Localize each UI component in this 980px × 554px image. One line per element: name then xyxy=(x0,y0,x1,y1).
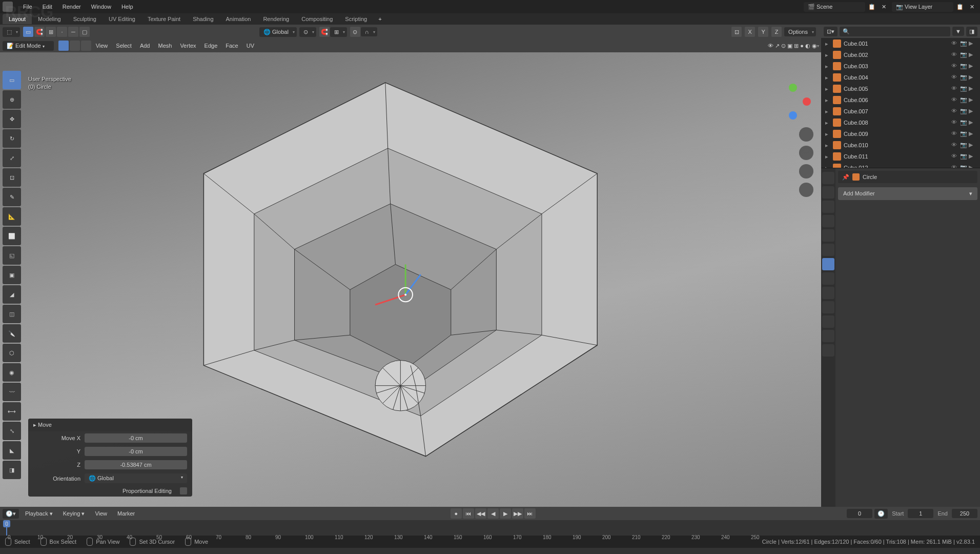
hide-viewport-toggle[interactable]: 👁 xyxy=(951,108,958,115)
hide-select-toggle[interactable]: ▶ xyxy=(969,51,976,58)
outliner-item[interactable]: ▸Cube.011👁📷▶ xyxy=(821,151,980,162)
proportional-editing-toggle[interactable]: ⊙ xyxy=(350,27,360,37)
workspace-tab-modeling[interactable]: Modeling xyxy=(32,14,67,24)
expand-icon[interactable]: ▸ xyxy=(825,120,830,126)
move-y-field[interactable]: -0 cm xyxy=(85,447,187,456)
xray-toggle[interactable]: ▣ xyxy=(787,43,792,49)
menu-add[interactable]: Add xyxy=(136,41,154,50)
tool-shrink-fatten[interactable]: ⤡ xyxy=(3,422,21,440)
hide-select-toggle[interactable]: ▶ xyxy=(969,74,976,81)
workspace-tab-rendering[interactable]: Rendering xyxy=(257,14,295,24)
expand-icon[interactable]: ▸ xyxy=(825,108,830,115)
prop-tab-texture[interactable] xyxy=(822,344,834,357)
add-modifier-dropdown[interactable]: Add Modifier ▾ xyxy=(838,187,977,200)
prop-tab-viewlayer[interactable] xyxy=(822,201,834,213)
outliner-item[interactable]: ▸Cube.006👁📷▶ xyxy=(821,94,980,106)
expand-icon[interactable]: ▸ xyxy=(825,74,830,81)
snap-element-vertex[interactable]: · xyxy=(57,27,67,37)
menu-edge[interactable]: Edge xyxy=(200,41,222,50)
navigation-gizmo[interactable] xyxy=(772,81,813,122)
hide-select-toggle[interactable]: ▶ xyxy=(969,108,976,115)
jump-to-prev-keyframe-button[interactable]: ◀◀ xyxy=(475,508,486,519)
z-mirror-toggle[interactable]: Z xyxy=(771,27,782,37)
shading-rendered[interactable]: ◉ xyxy=(812,43,817,49)
viewlayer-name-field[interactable]: 📷 View Layer xyxy=(892,2,953,12)
outliner-item[interactable]: ▸Cube.005👁📷▶ xyxy=(821,83,980,94)
outliner-filter-button[interactable]: ▼ xyxy=(952,27,964,36)
workspace-tab-uv-editing[interactable]: UV Editing xyxy=(103,14,141,24)
outliner-item[interactable]: ▸Cube.003👁📷▶ xyxy=(821,61,980,72)
hide-viewport-toggle[interactable]: 👁 xyxy=(951,51,958,58)
hide-viewport-toggle[interactable]: 👁 xyxy=(951,164,958,168)
disable-render-toggle[interactable]: 📷 xyxy=(960,119,967,126)
hide-select-toggle[interactable]: ▶ xyxy=(969,142,976,149)
transform-orientation-dropdown[interactable]: 🌐 Global▾ xyxy=(259,27,297,37)
workspace-add-button[interactable]: + xyxy=(373,14,386,24)
prop-tab-physics[interactable] xyxy=(822,287,834,299)
outliner-item[interactable]: ▸Cube.008👁📷▶ xyxy=(821,117,980,128)
disable-render-toggle[interactable]: 📷 xyxy=(960,96,967,104)
proportional-falloff-dropdown[interactable]: ∩▾ xyxy=(361,27,377,36)
prop-tab-constraints[interactable] xyxy=(822,301,834,313)
orientation-dropdown[interactable]: 🌐 Global ▾ xyxy=(85,473,187,483)
tool-edge-slide[interactable]: ⟷ xyxy=(3,402,21,421)
disable-render-toggle[interactable]: 📷 xyxy=(960,74,967,81)
hide-select-toggle[interactable]: ▶ xyxy=(969,130,976,137)
snap-element-edge[interactable]: ─ xyxy=(68,27,78,37)
face-select-mode[interactable] xyxy=(81,41,91,51)
x-mirror-toggle[interactable]: X xyxy=(745,27,755,37)
move-x-field[interactable]: -0 cm xyxy=(85,433,187,443)
workspace-tab-layout[interactable]: Layout xyxy=(3,14,32,24)
menu-uv[interactable]: UV xyxy=(242,41,258,50)
timeline-playhead-label[interactable]: 0 xyxy=(3,520,10,527)
prop-tab-material[interactable] xyxy=(822,330,834,342)
tool-rotate[interactable]: ↻ xyxy=(3,129,21,148)
start-frame-field[interactable]: 1 xyxy=(908,509,933,518)
current-frame-field[interactable]: 0 xyxy=(847,509,872,518)
hide-viewport-toggle[interactable]: 👁 xyxy=(951,153,958,160)
tool-inset-faces[interactable]: ▣ xyxy=(3,266,21,284)
tool-smooth[interactable]: 〰 xyxy=(3,383,21,401)
gizmo-y-axis[interactable] xyxy=(789,84,797,92)
expand-icon[interactable]: ▸ xyxy=(825,97,830,104)
tool-add-cube[interactable]: ⬜ xyxy=(3,227,21,245)
hide-viewport-toggle[interactable]: 👁 xyxy=(951,40,958,47)
visibility-dropdown[interactable]: 👁 xyxy=(768,43,773,49)
disable-render-toggle[interactable]: 📷 xyxy=(960,40,967,47)
jump-to-start-button[interactable]: ⏮ xyxy=(463,508,474,519)
gizmo-z-axis[interactable] xyxy=(789,111,797,120)
outliner-search-field[interactable]: 🔍 xyxy=(840,27,950,36)
disable-render-toggle[interactable]: 📷 xyxy=(960,51,967,58)
edge-select-mode[interactable] xyxy=(70,41,80,51)
workspace-tab-animation[interactable]: Animation xyxy=(220,14,257,24)
menu-view[interactable]: View xyxy=(92,41,112,50)
play-reverse-button[interactable]: ◀ xyxy=(487,508,499,519)
snap-element-face[interactable]: ▢ xyxy=(79,27,90,37)
outliner-item[interactable]: ▸Cube.012👁📷▶ xyxy=(821,162,980,168)
tool-bevel[interactable]: ◢ xyxy=(3,285,21,304)
snap-element-increment[interactable]: ⊞ xyxy=(46,27,56,37)
hide-viewport-toggle[interactable]: 👁 xyxy=(951,96,958,104)
jump-to-end-button[interactable]: ⏭ xyxy=(524,508,536,519)
hide-viewport-toggle[interactable]: 👁 xyxy=(951,119,958,126)
disable-render-toggle[interactable]: 📷 xyxy=(960,153,967,160)
tool-scale[interactable]: ⤢ xyxy=(3,149,21,167)
disable-render-toggle[interactable]: 📷 xyxy=(960,142,967,149)
timeline-menu-marker[interactable]: Marker xyxy=(113,509,139,518)
disable-render-toggle[interactable]: 📷 xyxy=(960,63,967,70)
outliner-item[interactable]: ▸Cube.007👁📷▶ xyxy=(821,106,980,117)
end-frame-field[interactable]: 250 xyxy=(952,509,977,518)
play-button[interactable]: ▶ xyxy=(500,508,511,519)
expand-icon[interactable]: ▸ xyxy=(825,86,830,92)
workspace-tab-compositing[interactable]: Compositing xyxy=(295,14,339,24)
prop-tab-world[interactable] xyxy=(822,229,834,242)
hide-select-toggle[interactable]: ▶ xyxy=(969,85,976,92)
snap-target-dropdown[interactable]: ⊞▾ xyxy=(330,27,347,37)
snap-toggle[interactable]: 🧲 xyxy=(34,27,45,37)
tool-shear[interactable]: ◣ xyxy=(3,441,21,460)
menu-help[interactable]: Help xyxy=(116,2,138,12)
menu-window[interactable]: Window xyxy=(86,2,116,12)
outliner-display-mode-dropdown[interactable]: ⊡▾ xyxy=(824,27,838,36)
outliner-new-collection-button[interactable]: ◨ xyxy=(966,27,977,36)
interaction-mode-dropdown[interactable]: 📝 Edit Mode ▾ xyxy=(3,41,54,51)
